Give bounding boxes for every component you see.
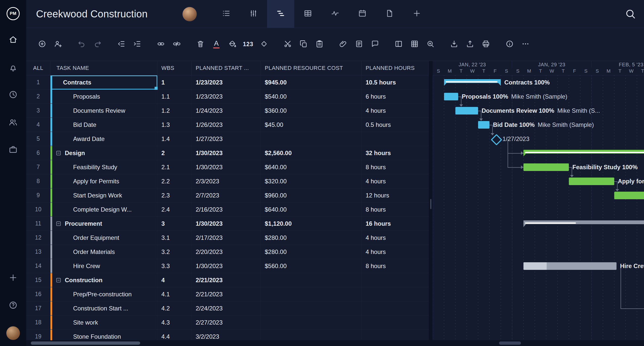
planned-cost-cell[interactable]: $640.00 [261,203,362,216]
wbs-cell[interactable]: 4.1 [157,287,192,301]
planned-hours-cell[interactable] [362,132,429,146]
planned-start-cell[interactable]: 1/24/2023 [192,104,261,118]
table-row[interactable]: 17Construction Start ...4.22/24/2023 [26,301,429,315]
unlink-tasks-button[interactable] [171,39,183,50]
planned-cost-cell[interactable] [261,301,362,315]
task-bar[interactable] [569,178,614,185]
column-header-wbs[interactable]: WBS [157,61,192,75]
collapse-icon[interactable] [56,150,61,156]
table-row[interactable]: 10Complete Design W...2.42/16/2023$640.0… [26,203,429,217]
table-row[interactable]: 13Order Materials3.22/20/2023$280.004 ho… [26,245,429,259]
planned-start-cell[interactable]: 2/21/2023 [192,287,261,301]
gantt-horizontal-scrollbar[interactable] [499,341,521,345]
planned-start-cell[interactable]: 1/23/2023 [192,75,261,89]
font-color-button[interactable]: A [211,39,222,50]
planned-cost-cell[interactable]: $640.00 [261,160,362,174]
sidebar-item-notifications[interactable] [8,63,18,73]
task-name-cell[interactable]: Start Design Work [50,188,157,202]
table-row[interactable]: 19Stone Foundation4.43/2/2023 [26,330,429,340]
wbs-cell[interactable]: 1.4 [157,132,192,146]
planned-hours-cell[interactable]: 8 hours [362,160,429,174]
planned-cost-cell[interactable]: $280.00 [261,231,362,245]
tab-add-view[interactable] [403,0,430,28]
milestone-diamond[interactable] [491,134,502,145]
search-button[interactable] [624,8,636,20]
add-comment-button[interactable] [369,39,381,50]
column-header-planned-resource-cost[interactable]: PLANNED RESOURCE COST [261,61,362,75]
wbs-cell[interactable]: 2.1 [157,160,192,174]
planned-hours-cell[interactable]: 32 hours [362,146,429,160]
planned-hours-cell[interactable]: 8 hours [362,259,429,273]
task-bar[interactable] [523,262,617,270]
wbs-cell[interactable]: 3.3 [157,259,192,273]
paste-button[interactable] [314,39,325,50]
summary-bar[interactable] [523,220,644,227]
planned-start-cell[interactable]: 1/30/2023 [192,146,261,160]
table-row[interactable]: 16Prep/Pre-construction4.12/21/2023 [26,287,429,301]
table-row[interactable]: 18Site work4.32/27/2023 [26,315,429,330]
info-button[interactable] [504,39,515,50]
task-name-cell[interactable]: Apply for Permits [50,174,157,188]
planned-start-cell[interactable]: 2/21/2023 [192,273,261,287]
copy-button[interactable] [298,39,309,50]
table-row[interactable]: 3Documents Review1.21/24/2023$360.004 ho… [26,104,429,118]
redo-button[interactable] [92,39,103,50]
column-header-planned-start-[interactable]: PLANNED START ... [192,61,261,75]
planned-hours-cell[interactable]: 10.5 hours [362,75,429,89]
wbs-cell[interactable]: 4.3 [157,315,192,329]
wbs-cell[interactable]: 3 [157,217,192,230]
planned-cost-cell[interactable]: $945.00 [261,75,362,89]
pane-splitter[interactable] [429,61,433,346]
more-options-button[interactable] [520,39,531,50]
planned-start-cell[interactable]: 3/2/2023 [192,330,261,340]
planned-start-cell[interactable]: 1/26/2023 [192,118,261,132]
column-header-task-name[interactable]: TASK NAME [50,61,157,75]
wbs-cell[interactable]: 1.3 [157,118,192,132]
wbs-cell[interactable]: 2.2 [157,174,192,188]
table-config-button[interactable] [409,39,420,50]
task-bar[interactable] [455,107,478,114]
add-note-button[interactable] [353,39,365,50]
table-row[interactable]: 5Award Date1.41/27/2023 [26,132,429,146]
tab-calendar-view[interactable] [349,0,376,28]
task-name-cell[interactable]: Stone Foundation [50,330,157,340]
task-bar[interactable] [614,192,644,199]
tab-board-view[interactable] [240,0,267,28]
attach-file-button[interactable] [337,39,349,50]
delete-task-button[interactable] [195,39,206,50]
user-avatar[interactable] [6,326,20,340]
wbs-cell[interactable]: 1.2 [157,104,192,118]
table-horizontal-scrollbar[interactable] [31,341,140,345]
export-file-button[interactable] [464,39,476,50]
collapse-icon[interactable] [56,221,61,226]
planned-start-cell[interactable]: 1/30/2023 [192,217,261,230]
planned-hours-cell[interactable]: 4 hours [362,104,429,118]
project-owner-avatar[interactable] [182,7,197,21]
task-name-cell[interactable]: Proposals [50,90,157,103]
planned-cost-cell[interactable] [261,315,362,329]
table-row[interactable]: 11Procurement31/30/2023$1,120.0016 hours [26,217,429,231]
planned-hours-cell[interactable] [362,287,429,301]
task-name-cell[interactable]: Hire Crew [50,259,157,273]
planned-hours-cell[interactable]: 4 hours [362,231,429,245]
add-milestone-button[interactable] [258,39,270,50]
outdent-button[interactable] [115,39,127,50]
planned-cost-cell[interactable] [261,132,362,146]
task-name-cell[interactable]: Order Materials [50,245,157,259]
planned-hours-cell[interactable] [362,301,429,315]
table-row[interactable]: 15Construction42/21/2023 [26,273,429,287]
planned-start-cell[interactable]: 2/3/2023 [192,174,261,188]
task-name-cell[interactable]: Prep/Pre-construction [50,287,157,301]
table-row[interactable]: 2Proposals1.11/23/2023$540.006 hours [26,90,429,104]
planned-hours-cell[interactable]: 4 hours [362,245,429,259]
planned-start-cell[interactable]: 2/7/2023 [192,188,261,202]
task-name-cell[interactable]: Bid Date [50,118,157,132]
table-row[interactable]: 7Feasibility Study2.11/30/2023$640.008 h… [26,160,429,174]
planned-hours-cell[interactable] [362,315,429,329]
planned-cost-cell[interactable]: $45.00 [261,118,362,132]
column-header-planned-hours[interactable]: PLANNED HOURS [362,61,429,75]
planned-hours-cell[interactable] [362,330,429,340]
table-row[interactable]: 12Order Equipment3.12/17/2023$280.004 ho… [26,231,429,245]
wbs-cell[interactable]: 1.1 [157,90,192,103]
planned-start-cell[interactable]: 1/23/2023 [192,90,261,103]
